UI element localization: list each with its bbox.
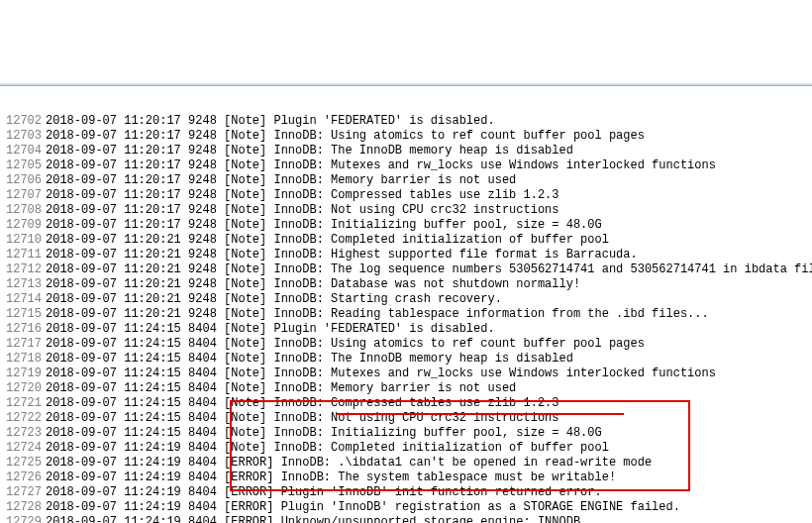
log-line[interactable]: 127072018-09-07 11:20:17 9248 [Note] Inn… <box>0 188 812 203</box>
line-number: 12716 <box>0 322 46 337</box>
editor-ruler <box>0 83 812 86</box>
line-number: 12705 <box>0 158 46 173</box>
line-number: 12707 <box>0 188 46 203</box>
line-number: 12725 <box>0 456 46 471</box>
line-number: 12723 <box>0 426 46 441</box>
log-text: 2018-09-07 11:20:17 9248 [Note] InnoDB: … <box>46 218 602 233</box>
line-number: 12710 <box>0 233 46 248</box>
line-number: 12712 <box>0 262 46 277</box>
line-number: 12702 <box>0 114 46 129</box>
log-line[interactable]: 127222018-09-07 11:24:15 8404 [Note] Inn… <box>0 411 812 426</box>
log-text: 2018-09-07 11:24:15 8404 [Note] InnoDB: … <box>46 352 573 366</box>
log-text: 2018-09-07 11:20:21 9248 [Note] InnoDB: … <box>46 248 638 262</box>
log-text: 2018-09-07 11:24:15 8404 [Note] InnoDB: … <box>46 366 716 381</box>
log-line[interactable]: 127092018-09-07 11:20:17 9248 [Note] Inn… <box>0 218 812 233</box>
line-number: 12717 <box>0 337 46 352</box>
log-line[interactable]: 127112018-09-07 11:20:21 9248 [Note] Inn… <box>0 248 812 262</box>
log-text: 2018-09-07 11:24:15 8404 [Note] InnoDB: … <box>46 381 516 396</box>
line-number: 12714 <box>0 292 46 307</box>
log-line[interactable]: 127202018-09-07 11:24:15 8404 [Note] Inn… <box>0 381 812 396</box>
line-number: 12722 <box>0 411 46 426</box>
log-text: 2018-09-07 11:24:19 8404 [ERROR] InnoDB:… <box>46 471 616 485</box>
log-line[interactable]: 127262018-09-07 11:24:19 8404 [ERROR] In… <box>0 471 812 485</box>
line-number: 12715 <box>0 307 46 322</box>
line-number: 12711 <box>0 248 46 262</box>
log-text: 2018-09-07 11:24:15 8404 [Note] InnoDB: … <box>46 426 602 441</box>
log-text: 2018-09-07 11:24:15 8404 [Note] InnoDB: … <box>46 337 645 352</box>
log-line[interactable]: 127122018-09-07 11:20:21 9248 [Note] Inn… <box>0 262 812 277</box>
log-line[interactable]: 127142018-09-07 11:20:21 9248 [Note] Inn… <box>0 292 812 307</box>
log-line[interactable]: 127032018-09-07 11:20:17 9248 [Note] Inn… <box>0 129 812 144</box>
log-text: 2018-09-07 11:20:17 9248 [Note] InnoDB: … <box>46 144 573 158</box>
log-line[interactable]: 127152018-09-07 11:20:21 9248 [Note] Inn… <box>0 307 812 322</box>
log-line[interactable]: 127242018-09-07 11:24:19 8404 [Note] Inn… <box>0 441 812 456</box>
log-line[interactable]: 127192018-09-07 11:24:15 8404 [Note] Inn… <box>0 366 812 381</box>
line-number: 12709 <box>0 218 46 233</box>
log-line[interactable]: 127102018-09-07 11:20:21 9248 [Note] Inn… <box>0 233 812 248</box>
log-line[interactable]: 127282018-09-07 11:24:19 8404 [ERROR] Pl… <box>0 500 812 515</box>
log-text-area[interactable]: 127022018-09-07 11:20:17 9248 [Note] Plu… <box>0 114 812 523</box>
line-number: 12703 <box>0 129 46 144</box>
log-text: 2018-09-07 11:24:19 8404 [ERROR] Plugin … <box>46 500 680 515</box>
log-line[interactable]: 127252018-09-07 11:24:19 8404 [ERROR] In… <box>0 456 812 471</box>
log-line[interactable]: 127022018-09-07 11:20:17 9248 [Note] Plu… <box>0 114 812 129</box>
log-text: 2018-09-07 11:20:21 9248 [Note] InnoDB: … <box>46 307 709 322</box>
log-text: 2018-09-07 11:20:17 9248 [Note] InnoDB: … <box>46 188 558 203</box>
log-line[interactable]: 127292018-09-07 11:24:19 8404 [ERROR] Un… <box>0 515 812 523</box>
line-number: 12728 <box>0 500 46 515</box>
log-line[interactable]: 127212018-09-07 11:24:15 8404 [Note] Inn… <box>0 396 812 411</box>
log-line[interactable]: 127232018-09-07 11:24:15 8404 [Note] Inn… <box>0 426 812 441</box>
log-line[interactable]: 127272018-09-07 11:24:19 8404 [ERROR] Pl… <box>0 485 812 500</box>
log-text: 2018-09-07 11:20:21 9248 [Note] InnoDB: … <box>46 277 580 292</box>
log-line[interactable]: 127182018-09-07 11:24:15 8404 [Note] Inn… <box>0 352 812 366</box>
log-text: 2018-09-07 11:20:17 9248 [Note] InnoDB: … <box>46 129 645 144</box>
log-text: 2018-09-07 11:20:17 9248 [Note] InnoDB: … <box>46 203 558 218</box>
line-number: 12713 <box>0 277 46 292</box>
line-number: 12706 <box>0 173 46 188</box>
line-number: 12721 <box>0 396 46 411</box>
line-number: 12704 <box>0 144 46 158</box>
log-text: 2018-09-07 11:20:17 9248 [Note] Plugin '… <box>46 114 495 129</box>
line-number: 12720 <box>0 381 46 396</box>
log-line[interactable]: 127082018-09-07 11:20:17 9248 [Note] Inn… <box>0 203 812 218</box>
log-text: 2018-09-07 11:20:17 9248 [Note] InnoDB: … <box>46 173 516 188</box>
log-text: 2018-09-07 11:20:17 9248 [Note] InnoDB: … <box>46 158 716 173</box>
line-number: 12726 <box>0 471 46 485</box>
line-number: 12724 <box>0 441 46 456</box>
log-text: 2018-09-07 11:20:21 9248 [Note] InnoDB: … <box>46 292 502 307</box>
log-text: 2018-09-07 11:24:15 8404 [Note] InnoDB: … <box>46 411 558 426</box>
log-text: 2018-09-07 11:20:21 9248 [Note] InnoDB: … <box>46 233 609 248</box>
log-line[interactable]: 127042018-09-07 11:20:17 9248 [Note] Inn… <box>0 144 812 158</box>
log-line[interactable]: 127172018-09-07 11:24:15 8404 [Note] Inn… <box>0 337 812 352</box>
line-number: 12727 <box>0 485 46 500</box>
line-number: 12718 <box>0 352 46 366</box>
line-number: 12729 <box>0 515 46 523</box>
log-text: 2018-09-07 11:24:19 8404 [ERROR] InnoDB:… <box>46 456 652 471</box>
line-number: 12719 <box>0 366 46 381</box>
editor-viewport: 127022018-09-07 11:20:17 9248 [Note] Plu… <box>0 55 812 523</box>
log-line[interactable]: 127052018-09-07 11:20:17 9248 [Note] Inn… <box>0 158 812 173</box>
log-text: 2018-09-07 11:24:19 8404 [Note] InnoDB: … <box>46 441 609 456</box>
log-text: 2018-09-07 11:20:21 9248 [Note] InnoDB: … <box>46 262 812 277</box>
line-number: 12708 <box>0 203 46 218</box>
log-text: 2018-09-07 11:24:15 8404 [Note] Plugin '… <box>46 322 495 337</box>
log-line[interactable]: 127132018-09-07 11:20:21 9248 [Note] Inn… <box>0 277 812 292</box>
log-text: 2018-09-07 11:24:19 8404 [ERROR] Unknown… <box>46 515 580 523</box>
log-line[interactable]: 127062018-09-07 11:20:17 9248 [Note] Inn… <box>0 173 812 188</box>
log-text: 2018-09-07 11:24:19 8404 [ERROR] Plugin … <box>46 485 602 500</box>
log-line[interactable]: 127162018-09-07 11:24:15 8404 [Note] Plu… <box>0 322 812 337</box>
log-text: 2018-09-07 11:24:15 8404 [Note] InnoDB: … <box>46 396 558 411</box>
